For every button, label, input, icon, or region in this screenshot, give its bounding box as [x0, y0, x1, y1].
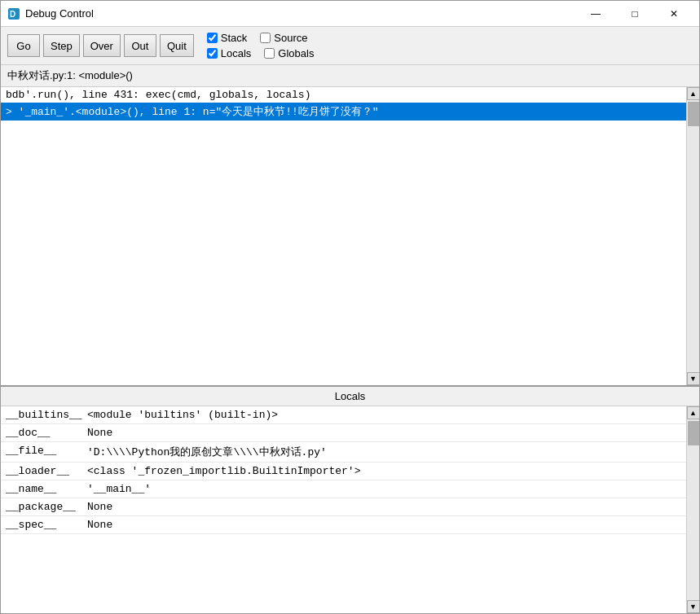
- stack-item-1[interactable]: > '_main_'.<module>(), line 1: n="今天是中秋节…: [1, 103, 686, 121]
- go-button[interactable]: Go: [7, 34, 40, 57]
- locals-key-doc: __doc__: [1, 424, 82, 441]
- locals-row-doc: __doc__ None: [1, 424, 686, 442]
- locals-checkbox-item: Locals: [207, 47, 252, 59]
- checkbox-row-2: Locals Globals: [207, 47, 315, 59]
- restore-button[interactable]: □: [616, 2, 654, 26]
- step-button[interactable]: Step: [43, 34, 80, 57]
- locals-scrollbar[interactable]: ▲ ▼: [686, 406, 699, 613]
- checkboxes-area: Stack Source Locals Globals: [207, 32, 315, 59]
- stack-item-0[interactable]: bdb'.run(), line 431: exec(cmd, globals,…: [1, 87, 686, 103]
- toolbar-buttons: Go Step Over Out Quit: [7, 34, 194, 57]
- debug-icon: D: [7, 7, 20, 20]
- over-button[interactable]: Over: [83, 34, 121, 57]
- locals-label[interactable]: Locals: [221, 47, 252, 59]
- locals-key-spec: __spec__: [1, 516, 82, 533]
- locals-value-loader: <class '_frozen_importlib.BuiltinImporte…: [82, 463, 686, 480]
- quit-button[interactable]: Quit: [160, 34, 194, 57]
- minimize-button[interactable]: —: [577, 2, 614, 26]
- locals-row-package: __package__ None: [1, 498, 686, 516]
- locals-row-loader: __loader__ <class '_frozen_importlib.Bui…: [1, 463, 686, 480]
- close-button[interactable]: ✕: [655, 2, 693, 26]
- locals-scroll-thumb[interactable]: [688, 421, 699, 445]
- locals-key-file: __file__: [1, 442, 82, 462]
- locals-row-file: __file__ 'D:\\\\Python我的原创文章\\\\中秋对话.py': [1, 442, 686, 463]
- scroll-track[interactable]: [687, 100, 699, 372]
- scroll-up-arrow[interactable]: ▲: [687, 87, 700, 100]
- globals-label[interactable]: Globals: [278, 47, 314, 59]
- toolbar: Go Step Over Out Quit Stack Source Lo: [1, 27, 699, 65]
- source-checkbox-item: Source: [260, 32, 307, 44]
- window-title: Debug Control: [25, 7, 94, 20]
- locals-value-package: None: [82, 498, 686, 515]
- locals-value-doc: None: [82, 424, 686, 441]
- locals-value-builtins: <module 'builtins' (built-in)>: [82, 406, 686, 423]
- globals-checkbox-item: Globals: [264, 47, 314, 59]
- locals-value-name: '__main__': [82, 480, 686, 498]
- locals-key-loader: __loader__: [1, 463, 82, 480]
- stack-label[interactable]: Stack: [221, 32, 248, 44]
- locals-row-spec: __spec__ None: [1, 516, 686, 534]
- locals-row-name: __name__ '__main__': [1, 480, 686, 498]
- locals-row-builtins: __builtins__ <module 'builtins' (built-i…: [1, 406, 686, 424]
- title-bar-buttons: — □ ✕: [577, 2, 693, 26]
- locals-key-name: __name__: [1, 480, 82, 498]
- locals-key-builtins: __builtins__: [1, 406, 82, 423]
- stack-panel: bdb'.run(), line 431: exec(cmd, globals,…: [1, 86, 699, 385]
- stack-checkbox[interactable]: [207, 33, 218, 43]
- locals-table[interactable]: __builtins__ <module 'builtins' (built-i…: [1, 406, 686, 613]
- file-info: 中秋对话.py:1: <module>(): [1, 65, 699, 86]
- scroll-down-arrow[interactable]: ▼: [687, 372, 700, 385]
- source-checkbox[interactable]: [260, 33, 271, 43]
- stack-container: bdb'.run(), line 431: exec(cmd, globals,…: [1, 87, 699, 385]
- locals-section: Locals __builtins__ <module 'builtins' (…: [1, 385, 699, 613]
- source-label[interactable]: Source: [274, 32, 307, 44]
- title-bar: D Debug Control — □ ✕: [1, 1, 699, 27]
- locals-scroll-down-arrow[interactable]: ▼: [687, 600, 700, 613]
- checkbox-row-1: Stack Source: [207, 32, 315, 44]
- scroll-thumb[interactable]: [688, 102, 699, 126]
- locals-value-file: 'D:\\\\Python我的原创文章\\\\中秋对话.py': [82, 442, 686, 462]
- locals-key-package: __package__: [1, 498, 82, 515]
- locals-checkbox[interactable]: [207, 48, 218, 59]
- stack-list[interactable]: bdb'.run(), line 431: exec(cmd, globals,…: [1, 87, 686, 385]
- locals-scroll-up-arrow[interactable]: ▲: [687, 406, 700, 419]
- locals-scroll-track[interactable]: [687, 419, 699, 600]
- stack-checkbox-item: Stack: [207, 32, 248, 44]
- locals-value-spec: None: [82, 516, 686, 533]
- stack-scrollbar[interactable]: ▲ ▼: [686, 87, 699, 385]
- globals-checkbox[interactable]: [264, 48, 275, 59]
- debug-control-window: D Debug Control — □ ✕ Go Step Over Out Q…: [0, 0, 700, 614]
- locals-table-container: __builtins__ <module 'builtins' (built-i…: [1, 406, 699, 613]
- out-button[interactable]: Out: [124, 34, 156, 57]
- svg-text:D: D: [10, 10, 15, 19]
- title-bar-left: D Debug Control: [7, 7, 94, 20]
- locals-header: Locals: [1, 387, 699, 406]
